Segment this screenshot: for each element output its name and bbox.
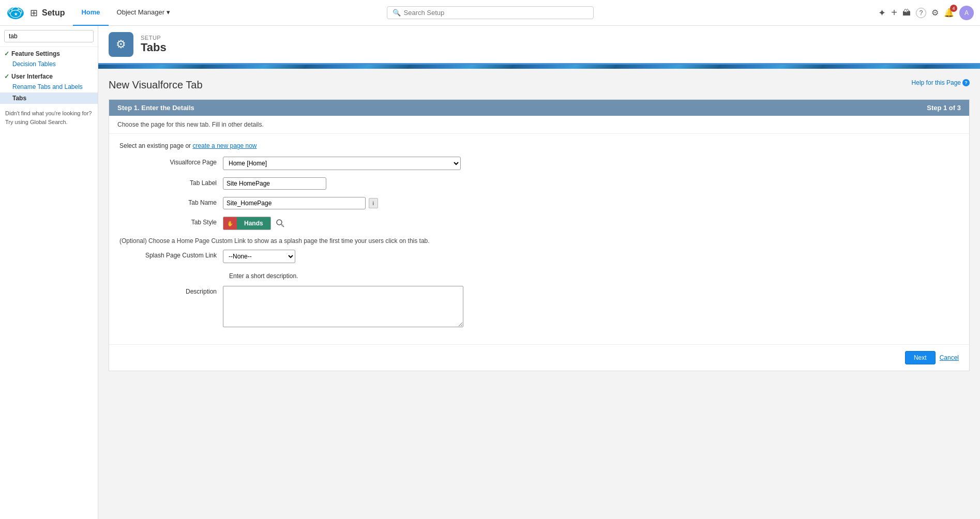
sidebar-not-found-text: Didn't find what you're looking for? Try…	[0, 104, 98, 131]
svg-text:★: ★	[14, 11, 18, 16]
form-row-desc: Description	[119, 286, 959, 329]
splash-control: --None--	[223, 250, 959, 263]
page-header: ⚙ SETUP Tabs	[98, 26, 980, 65]
tab-name-label: Tab Name	[119, 197, 223, 206]
form-row-splash: Splash Page Custom Link --None--	[119, 250, 959, 263]
nav-right-icons: ✦ + 🏔 ? ⚙ 🔔 4 A	[878, 6, 974, 20]
tab-home[interactable]: Home	[73, 0, 108, 26]
tab-style-control-container: ✋ Hands	[223, 217, 959, 230]
select-page-text: Select an existing page or create a new …	[119, 142, 959, 149]
step-bar: Step 1. Enter the Details Step 1 of 3	[109, 100, 969, 116]
setup-breadcrumb: SETUP	[141, 35, 167, 41]
tab-label-control	[223, 177, 959, 190]
tab-label-label: Tab Label	[119, 177, 223, 187]
step-label: Step 1. Enter the Details	[117, 104, 194, 112]
form-row-tab-style: Tab Style ✋ Hands	[119, 217, 959, 230]
tab-style-picker: ✋ Hands	[223, 217, 959, 230]
tab-style-label: Tab Style	[119, 217, 223, 226]
sidebar-search-input[interactable]	[4, 30, 94, 42]
nav-icon-star[interactable]: ✦	[878, 7, 886, 19]
svg-point-10	[281, 224, 283, 226]
search-box: 🔍	[387, 6, 594, 19]
form-header-row: New Visualforce Tab Help for this Page ?	[109, 79, 970, 93]
chevron-down-icon: ▾	[167, 8, 170, 16]
cancel-button[interactable]: Cancel	[940, 351, 959, 364]
search-setup-input[interactable]	[404, 9, 588, 17]
inner-content: New Visualforce Tab Help for this Page ?…	[98, 69, 980, 390]
desc-label: Description	[119, 286, 223, 295]
svg-text:✋: ✋	[227, 220, 234, 227]
sidebar-item-user-interface[interactable]: ✓ User Interface	[0, 70, 98, 81]
tab-style-swatch: ✋ Hands	[223, 217, 271, 230]
nav-icon-help[interactable]: ?	[916, 8, 926, 18]
sidebar-item-rename-tabs[interactable]: Rename Tabs and Labels	[0, 81, 98, 93]
form-row-tab-label: Tab Label	[119, 177, 959, 190]
checkmark-icon-2: ✓	[4, 73, 9, 80]
content-area: ⚙ SETUP Tabs New Visualforce Tab Help fo…	[98, 26, 980, 519]
tab-style-search-button[interactable]	[274, 217, 287, 230]
splash-label: Splash Page Custom Link	[119, 250, 223, 259]
header-decorative-band	[98, 65, 980, 69]
tab-name-input[interactable]	[223, 197, 366, 209]
salesforce-logo[interactable]: ★	[6, 4, 25, 22]
form-row-tab-name: Tab Name i	[119, 197, 959, 209]
vf-page-select[interactable]: Home [Home]	[223, 157, 461, 170]
tab-name-info-icon[interactable]: i	[369, 198, 378, 208]
sidebar-item-decision-tables[interactable]: Decision Tables	[0, 58, 98, 70]
help-circle-icon: ?	[962, 79, 970, 86]
tab-label-input[interactable]	[223, 177, 326, 190]
nav-icon-trailhead[interactable]: 🏔	[902, 8, 911, 18]
form-row-vf-page: Visualforce Page Home [Home]	[119, 157, 959, 170]
setup-title-label: Setup	[42, 8, 65, 18]
gear-header-icon: ⚙	[116, 38, 126, 51]
tab-name-control: i	[223, 197, 959, 209]
search-icon: 🔍	[393, 9, 401, 17]
form-section-desc: Choose the page for this new tab. Fill i…	[109, 116, 969, 134]
sidebar-item-feature-settings[interactable]: ✓ Feature Settings	[0, 47, 98, 58]
create-new-page-link[interactable]: create a new page now	[192, 142, 257, 149]
notifications-icon[interactable]: 🔔 4	[944, 8, 954, 18]
tab-name-input-group: i	[223, 197, 378, 209]
vf-page-label: Visualforce Page	[119, 157, 223, 166]
help-link[interactable]: Help for this Page ?	[912, 79, 970, 86]
tab-object-manager[interactable]: Object Manager ▾	[109, 0, 179, 26]
svg-point-8	[277, 220, 282, 225]
next-button[interactable]: Next	[905, 351, 936, 364]
app-grid-icon[interactable]: ⊞	[30, 7, 38, 19]
vf-page-control: Home [Home]	[223, 157, 959, 170]
action-bar: Next Cancel	[109, 344, 969, 371]
gear-icon[interactable]: ⚙	[931, 8, 939, 18]
top-navigation: ★ ⊞ Setup Home Object Manager ▾ 🔍 ✦ + 🏔 …	[0, 0, 980, 26]
page-header-text: SETUP Tabs	[141, 35, 167, 54]
sidebar: ✓ Feature Settings Decision Tables ✓ Use…	[0, 26, 98, 519]
optional-desc: (Optional) Choose a Home Page Custom Lin…	[119, 237, 959, 250]
search-container: 🔍	[387, 6, 594, 19]
page-title: Tabs	[141, 41, 167, 54]
tab-style-icon: ✋	[223, 217, 237, 230]
sidebar-item-tabs[interactable]: Tabs	[0, 93, 98, 104]
splash-select[interactable]: --None--	[223, 250, 295, 263]
step-indicator: Step 1 of 3	[927, 104, 961, 112]
page-header-icon: ⚙	[109, 32, 133, 57]
notification-count: 4	[950, 5, 957, 12]
form-panel: Step 1. Enter the Details Step 1 of 3 Ch…	[109, 99, 970, 371]
form-body: Select an existing page or create a new …	[109, 134, 969, 344]
description-textarea[interactable]	[223, 286, 463, 327]
checkmark-icon: ✓	[4, 50, 9, 57]
nav-tabs: Home Object Manager ▾	[73, 0, 178, 26]
tab-style-name: Hands	[237, 217, 270, 230]
desc-control	[223, 286, 959, 329]
main-layout: ✓ Feature Settings Decision Tables ✓ Use…	[0, 26, 980, 519]
user-avatar[interactable]: A	[959, 6, 974, 20]
short-desc-note: Enter a short description.	[119, 270, 959, 282]
nav-icon-add[interactable]: +	[891, 7, 897, 19]
sidebar-search-container	[0, 26, 98, 47]
form-title: New Visualforce Tab	[109, 79, 203, 91]
